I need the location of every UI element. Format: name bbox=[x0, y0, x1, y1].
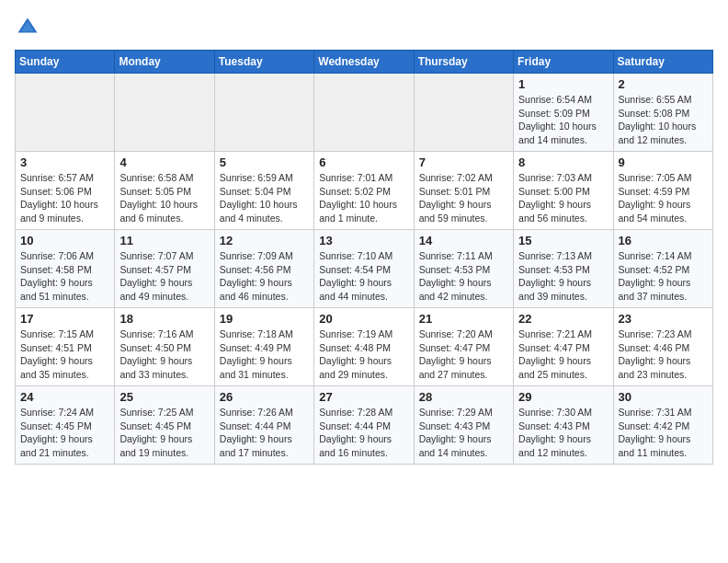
logo-icon bbox=[15, 15, 40, 40]
day-info: Sunrise: 6:55 AM Sunset: 5:08 PM Dayligh… bbox=[619, 93, 708, 147]
calendar-week-row: 3Sunrise: 6:57 AM Sunset: 5:06 PM Daylig… bbox=[16, 152, 713, 230]
day-info: Sunrise: 7:11 AM Sunset: 4:53 PM Dayligh… bbox=[419, 249, 508, 304]
day-number: 18 bbox=[119, 312, 209, 326]
calendar-cell: 4Sunrise: 6:58 AM Sunset: 5:05 PM Daylig… bbox=[115, 152, 214, 230]
weekday-header: Friday bbox=[514, 51, 613, 74]
day-info: Sunrise: 7:16 AM Sunset: 4:50 PM Dayligh… bbox=[119, 327, 209, 382]
calendar-cell: 7Sunrise: 7:02 AM Sunset: 5:01 PM Daylig… bbox=[414, 152, 513, 230]
day-info: Sunrise: 6:58 AM Sunset: 5:05 PM Dayligh… bbox=[119, 171, 209, 225]
calendar-cell bbox=[214, 74, 313, 152]
calendar-cell: 13Sunrise: 7:10 AM Sunset: 4:54 PM Dayli… bbox=[314, 230, 414, 308]
day-number: 23 bbox=[619, 312, 708, 326]
day-number: 27 bbox=[319, 390, 408, 404]
calendar-cell: 24Sunrise: 7:24 AM Sunset: 4:45 PM Dayli… bbox=[16, 386, 115, 465]
day-number: 25 bbox=[119, 390, 209, 404]
calendar-cell: 22Sunrise: 7:21 AM Sunset: 4:47 PM Dayli… bbox=[514, 308, 613, 386]
weekday-header: Monday bbox=[115, 51, 214, 74]
day-number: 16 bbox=[619, 234, 708, 247]
calendar-cell: 18Sunrise: 7:16 AM Sunset: 4:50 PM Dayli… bbox=[115, 308, 214, 386]
calendar-cell: 27Sunrise: 7:28 AM Sunset: 4:44 PM Dayli… bbox=[314, 386, 414, 465]
day-info: Sunrise: 7:30 AM Sunset: 4:43 PM Dayligh… bbox=[518, 406, 608, 460]
calendar-cell: 9Sunrise: 7:05 AM Sunset: 4:59 PM Daylig… bbox=[613, 152, 712, 230]
calendar-week-row: 17Sunrise: 7:15 AM Sunset: 4:51 PM Dayli… bbox=[16, 308, 713, 386]
calendar-week-row: 1Sunrise: 6:54 AM Sunset: 5:09 PM Daylig… bbox=[16, 74, 713, 152]
calendar-week-row: 24Sunrise: 7:24 AM Sunset: 4:45 PM Dayli… bbox=[16, 386, 713, 465]
day-info: Sunrise: 7:31 AM Sunset: 4:42 PM Dayligh… bbox=[619, 406, 708, 460]
day-number: 20 bbox=[319, 312, 408, 326]
calendar-cell: 10Sunrise: 7:06 AM Sunset: 4:58 PM Dayli… bbox=[16, 230, 115, 308]
day-number: 12 bbox=[220, 234, 309, 247]
day-number: 29 bbox=[518, 390, 608, 404]
day-info: Sunrise: 7:24 AM Sunset: 4:45 PM Dayligh… bbox=[20, 406, 109, 460]
day-info: Sunrise: 7:01 AM Sunset: 5:02 PM Dayligh… bbox=[319, 171, 408, 225]
day-info: Sunrise: 6:59 AM Sunset: 5:04 PM Dayligh… bbox=[220, 171, 309, 225]
day-number: 10 bbox=[20, 234, 109, 247]
day-number: 22 bbox=[518, 312, 608, 326]
day-info: Sunrise: 7:13 AM Sunset: 4:53 PM Dayligh… bbox=[518, 249, 608, 304]
calendar-cell: 11Sunrise: 7:07 AM Sunset: 4:57 PM Dayli… bbox=[115, 230, 214, 308]
day-number: 17 bbox=[20, 312, 109, 326]
calendar-cell bbox=[314, 74, 414, 152]
day-number: 11 bbox=[119, 234, 209, 247]
calendar-cell: 28Sunrise: 7:29 AM Sunset: 4:43 PM Dayli… bbox=[414, 386, 513, 465]
calendar-body: 1Sunrise: 6:54 AM Sunset: 5:09 PM Daylig… bbox=[16, 74, 713, 465]
calendar-cell: 25Sunrise: 7:25 AM Sunset: 4:45 PM Dayli… bbox=[115, 386, 214, 465]
day-info: Sunrise: 7:02 AM Sunset: 5:01 PM Dayligh… bbox=[419, 171, 508, 225]
calendar-week-row: 10Sunrise: 7:06 AM Sunset: 4:58 PM Dayli… bbox=[16, 230, 713, 308]
day-info: Sunrise: 7:28 AM Sunset: 4:44 PM Dayligh… bbox=[319, 406, 408, 460]
day-number: 7 bbox=[419, 155, 508, 169]
calendar-cell bbox=[414, 74, 513, 152]
day-info: Sunrise: 7:10 AM Sunset: 4:54 PM Dayligh… bbox=[319, 249, 408, 304]
weekday-header: Tuesday bbox=[214, 51, 313, 74]
day-info: Sunrise: 7:09 AM Sunset: 4:56 PM Dayligh… bbox=[220, 249, 309, 304]
day-number: 24 bbox=[20, 390, 109, 404]
day-number: 14 bbox=[419, 234, 508, 247]
day-number: 8 bbox=[518, 155, 608, 169]
day-number: 26 bbox=[220, 390, 309, 404]
day-info: Sunrise: 6:57 AM Sunset: 5:06 PM Dayligh… bbox=[20, 171, 109, 225]
weekday-header: Thursday bbox=[414, 51, 513, 74]
day-info: Sunrise: 7:15 AM Sunset: 4:51 PM Dayligh… bbox=[20, 327, 109, 382]
day-number: 9 bbox=[619, 155, 708, 169]
calendar-cell: 23Sunrise: 7:23 AM Sunset: 4:46 PM Dayli… bbox=[613, 308, 712, 386]
calendar-cell: 17Sunrise: 7:15 AM Sunset: 4:51 PM Dayli… bbox=[16, 308, 115, 386]
day-info: Sunrise: 7:06 AM Sunset: 4:58 PM Dayligh… bbox=[20, 249, 109, 304]
calendar-cell: 6Sunrise: 7:01 AM Sunset: 5:02 PM Daylig… bbox=[314, 152, 414, 230]
calendar-cell: 3Sunrise: 6:57 AM Sunset: 5:06 PM Daylig… bbox=[16, 152, 115, 230]
day-info: Sunrise: 6:54 AM Sunset: 5:09 PM Dayligh… bbox=[518, 93, 608, 147]
calendar-table: SundayMondayTuesdayWednesdayThursdayFrid… bbox=[15, 50, 713, 465]
day-info: Sunrise: 7:21 AM Sunset: 4:47 PM Dayligh… bbox=[518, 327, 608, 382]
calendar-cell: 19Sunrise: 7:18 AM Sunset: 4:49 PM Dayli… bbox=[214, 308, 313, 386]
day-info: Sunrise: 7:20 AM Sunset: 4:47 PM Dayligh… bbox=[419, 327, 508, 382]
calendar-header: SundayMondayTuesdayWednesdayThursdayFrid… bbox=[16, 51, 713, 74]
day-number: 28 bbox=[419, 390, 508, 404]
day-info: Sunrise: 7:05 AM Sunset: 4:59 PM Dayligh… bbox=[619, 171, 708, 225]
calendar-cell bbox=[16, 74, 115, 152]
day-info: Sunrise: 7:26 AM Sunset: 4:44 PM Dayligh… bbox=[220, 406, 309, 460]
day-number: 3 bbox=[20, 155, 109, 169]
calendar-cell: 15Sunrise: 7:13 AM Sunset: 4:53 PM Dayli… bbox=[514, 230, 613, 308]
day-number: 13 bbox=[319, 234, 408, 247]
calendar-cell: 2Sunrise: 6:55 AM Sunset: 5:08 PM Daylig… bbox=[613, 74, 712, 152]
calendar-cell: 26Sunrise: 7:26 AM Sunset: 4:44 PM Dayli… bbox=[214, 386, 313, 465]
day-number: 30 bbox=[619, 390, 708, 404]
day-info: Sunrise: 7:19 AM Sunset: 4:48 PM Dayligh… bbox=[319, 327, 408, 382]
logo bbox=[15, 15, 44, 40]
calendar-cell: 12Sunrise: 7:09 AM Sunset: 4:56 PM Dayli… bbox=[214, 230, 313, 308]
day-info: Sunrise: 7:29 AM Sunset: 4:43 PM Dayligh… bbox=[419, 406, 508, 460]
calendar-cell: 8Sunrise: 7:03 AM Sunset: 5:00 PM Daylig… bbox=[514, 152, 613, 230]
calendar-cell: 21Sunrise: 7:20 AM Sunset: 4:47 PM Dayli… bbox=[414, 308, 513, 386]
day-number: 15 bbox=[518, 234, 608, 247]
day-number: 5 bbox=[220, 155, 309, 169]
day-info: Sunrise: 7:23 AM Sunset: 4:46 PM Dayligh… bbox=[619, 327, 708, 382]
weekday-header: Saturday bbox=[613, 51, 712, 74]
calendar-cell: 30Sunrise: 7:31 AM Sunset: 4:42 PM Dayli… bbox=[613, 386, 712, 465]
calendar-cell: 5Sunrise: 6:59 AM Sunset: 5:04 PM Daylig… bbox=[214, 152, 313, 230]
day-number: 19 bbox=[220, 312, 309, 326]
day-info: Sunrise: 7:07 AM Sunset: 4:57 PM Dayligh… bbox=[119, 249, 209, 304]
calendar-cell: 29Sunrise: 7:30 AM Sunset: 4:43 PM Dayli… bbox=[514, 386, 613, 465]
day-number: 4 bbox=[119, 155, 209, 169]
calendar-cell: 16Sunrise: 7:14 AM Sunset: 4:52 PM Dayli… bbox=[613, 230, 712, 308]
calendar-cell: 1Sunrise: 6:54 AM Sunset: 5:09 PM Daylig… bbox=[514, 74, 613, 152]
weekday-header: Sunday bbox=[16, 51, 115, 74]
